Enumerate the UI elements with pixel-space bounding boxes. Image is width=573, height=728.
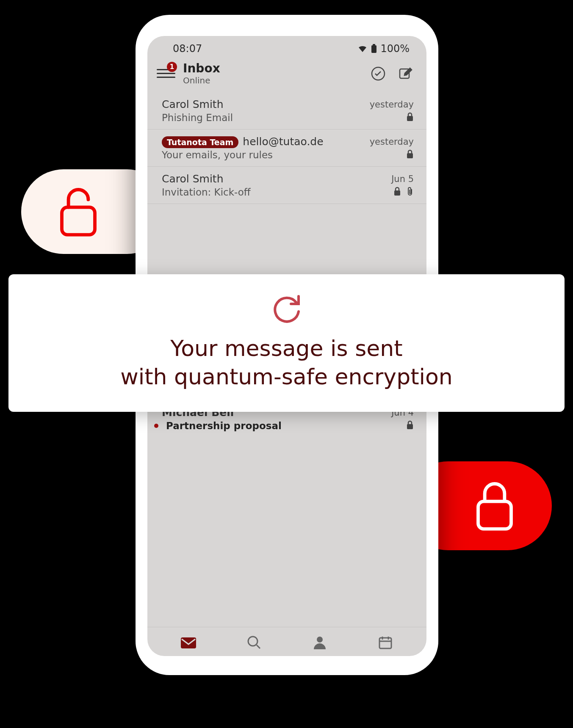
- bottom-nav: [147, 627, 426, 656]
- email-date: yesterday: [370, 137, 414, 147]
- sender-name: Carol Smith: [162, 173, 224, 185]
- nav-contacts[interactable]: [310, 633, 329, 652]
- email-subject: Your emails, your rules: [162, 149, 273, 160]
- checklist-icon: [371, 66, 386, 81]
- svg-point-15: [317, 637, 323, 643]
- attachment-icon: [406, 187, 414, 198]
- app-header: 1 Inbox Online: [147, 59, 426, 92]
- mail-icon: [180, 636, 197, 649]
- page-title: Inbox: [183, 61, 370, 75]
- lock-icon: [393, 187, 401, 198]
- svg-rect-13: [181, 637, 196, 648]
- sender-address: hello@tutao.de: [243, 135, 323, 148]
- statusbar: 08:07 100%: [147, 36, 426, 59]
- unread-badge: 1: [167, 62, 177, 72]
- email-row[interactable]: Carol Smith Jun 5 Invitation: Kick-off: [147, 166, 426, 204]
- svg-rect-3: [373, 44, 375, 45]
- wifi-icon: [357, 44, 368, 54]
- notification-line2: with quantum-safe encryption: [21, 363, 552, 391]
- lock-icon: [406, 149, 414, 160]
- email-date: Jun 5: [391, 174, 414, 184]
- statusbar-right: 100%: [357, 43, 410, 55]
- email-row[interactable]: Tutanota Teamhello@tutao.de yesterday Yo…: [147, 129, 426, 166]
- menu-button[interactable]: 1: [157, 64, 175, 83]
- battery-percent: 100%: [380, 43, 410, 55]
- svg-rect-12: [407, 424, 413, 429]
- email-subject: Partnership proposal: [162, 420, 282, 431]
- battery-icon: [371, 44, 377, 53]
- unread-dot: [154, 424, 158, 428]
- statusbar-time: 08:07: [173, 43, 202, 55]
- notification-line1: Your message is sent: [21, 334, 552, 363]
- unlock-icon: [55, 184, 102, 239]
- calendar-icon: [378, 635, 393, 650]
- person-icon: [312, 635, 327, 650]
- email-subject: Phishing Email: [162, 112, 233, 123]
- search-icon: [246, 635, 262, 650]
- svg-rect-16: [379, 638, 391, 648]
- lock-icon: [406, 112, 414, 123]
- sync-icon: [21, 291, 552, 327]
- svg-rect-6: [407, 116, 413, 121]
- sender-name: Carol Smith: [162, 98, 224, 110]
- compose-button[interactable]: [397, 65, 414, 82]
- nav-calendar[interactable]: [376, 633, 395, 652]
- lock-icon: [406, 420, 414, 431]
- nav-search[interactable]: [245, 633, 263, 652]
- connection-status: Online: [183, 75, 370, 85]
- notification-card: Your message is sent with quantum-safe e…: [8, 274, 565, 412]
- compose-icon: [398, 66, 412, 81]
- select-all-button[interactable]: [370, 65, 387, 82]
- svg-rect-1: [478, 502, 511, 529]
- svg-rect-0: [62, 207, 95, 235]
- svg-rect-2: [371, 45, 376, 53]
- email-date: yesterday: [370, 99, 414, 110]
- nav-mail[interactable]: [179, 633, 198, 652]
- svg-rect-8: [394, 190, 400, 196]
- svg-rect-7: [407, 153, 413, 158]
- sender-tag: Tutanota Team: [162, 136, 238, 148]
- email-row[interactable]: Carol Smith yesterday Phishing Email: [147, 92, 426, 129]
- lock-icon: [471, 478, 518, 533]
- email-subject: Invitation: Kick-off: [162, 187, 251, 198]
- svg-point-14: [248, 637, 257, 646]
